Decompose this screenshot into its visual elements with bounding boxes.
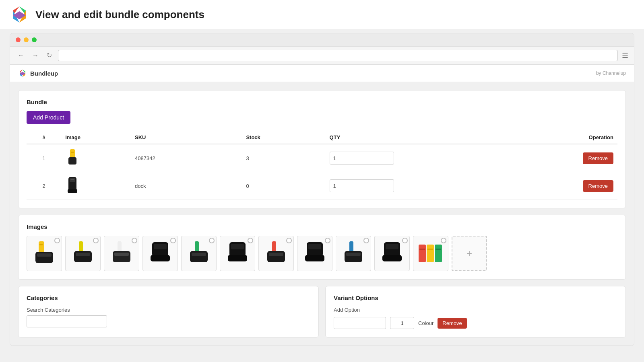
row1-op-cell: Remove xyxy=(520,144,617,172)
table-header-row: # Image SKU Stock QTY Operation xyxy=(27,131,617,144)
svg-rect-16 xyxy=(70,179,74,180)
radio-indicator-6 xyxy=(248,238,253,243)
svg-rect-40 xyxy=(308,244,321,249)
svg-rect-12 xyxy=(71,152,74,153)
add-product-button[interactable]: Add Product xyxy=(27,111,70,124)
app-logo-icon xyxy=(10,5,29,24)
svg-rect-32 xyxy=(192,253,206,256)
row1-product-image xyxy=(65,148,80,168)
app-navbar: Bundleup by Channelup xyxy=(10,65,634,82)
brand-area: Bundleup xyxy=(18,69,58,78)
yellow-scanner-icon xyxy=(67,149,78,167)
browser-dot-green xyxy=(32,37,37,42)
browser-menu-icon[interactable]: ☰ xyxy=(622,51,628,60)
radio-indicator-11 xyxy=(441,238,446,243)
svg-rect-19 xyxy=(37,253,52,257)
svg-rect-53 xyxy=(436,249,441,250)
browser-refresh-button[interactable]: ↻ xyxy=(45,51,54,60)
browser-inner: Bundleup by Channelup Bundle Add Product… xyxy=(10,65,634,346)
row2-remove-button[interactable]: Remove xyxy=(583,180,613,192)
image-thumb-2[interactable] xyxy=(65,236,101,271)
svg-rect-34 xyxy=(231,244,244,249)
row2-product-image xyxy=(65,176,80,195)
images-card: Images xyxy=(18,215,626,280)
col-header-op: Operation xyxy=(520,131,617,144)
svg-rect-44 xyxy=(346,253,361,256)
thumb-img-5 xyxy=(186,241,212,266)
svg-rect-15 xyxy=(68,189,77,193)
row2-sku: dock xyxy=(131,172,242,200)
image-thumb-6[interactable] xyxy=(220,236,255,271)
bundle-card-title: Bundle xyxy=(27,99,617,105)
svg-rect-50 xyxy=(435,245,442,262)
svg-rect-35 xyxy=(228,255,247,261)
svg-rect-21 xyxy=(79,241,83,253)
bottom-row: Categories Search Categories Variant Opt… xyxy=(18,286,626,337)
categories-card: Categories Search Categories xyxy=(18,286,319,337)
image-thumb-4[interactable] xyxy=(142,236,178,271)
browser-back-button[interactable]: ← xyxy=(16,51,26,60)
svg-rect-28 xyxy=(154,244,167,249)
radio-indicator-1 xyxy=(54,238,60,243)
table-row: 2 xyxy=(27,172,617,200)
svg-rect-36 xyxy=(272,241,276,253)
radio-indicator-7 xyxy=(286,238,292,243)
page-title: View and edit bundle components xyxy=(35,8,204,21)
brand-name: Bundleup xyxy=(30,70,58,77)
radio-indicator-10 xyxy=(402,238,408,243)
app-header: View and edit bundle components xyxy=(0,0,644,29)
row2-qty-cell xyxy=(326,172,520,200)
row2-op-cell: Remove xyxy=(520,172,617,200)
row2-qty-input[interactable] xyxy=(330,179,394,192)
by-channelup-label: by Channelup xyxy=(596,70,626,76)
add-option-label: Add Option xyxy=(334,307,617,313)
row1-qty-input[interactable] xyxy=(330,152,394,165)
bundle-table: # Image SKU Stock QTY Operation 1 xyxy=(27,131,617,200)
radio-indicator-2 xyxy=(93,238,99,243)
col-header-sku: SKU xyxy=(131,131,242,144)
svg-rect-29 xyxy=(151,255,170,261)
image-thumb-9[interactable] xyxy=(336,236,371,271)
radio-indicator-9 xyxy=(363,238,369,243)
images-grid: + xyxy=(27,236,617,271)
col-header-num: # xyxy=(27,131,61,144)
browser-url-input[interactable] xyxy=(58,50,618,61)
radio-indicator-5 xyxy=(209,238,215,243)
search-categories-input[interactable] xyxy=(27,315,107,327)
image-thumb-7[interactable] xyxy=(258,236,294,271)
image-thumb-10[interactable] xyxy=(374,236,410,271)
search-categories-label: Search Categories xyxy=(27,307,310,313)
image-thumb-1[interactable] xyxy=(27,236,62,271)
app-content-area: Bundleup by Channelup Bundle Add Product… xyxy=(10,65,634,346)
row2-stock: 0 xyxy=(242,172,325,200)
thumb-img-2 xyxy=(70,241,96,266)
row1-remove-button[interactable]: Remove xyxy=(583,152,613,164)
svg-rect-46 xyxy=(386,244,398,249)
variant-name-input[interactable] xyxy=(334,317,386,329)
image-thumb-5[interactable] xyxy=(181,236,217,271)
svg-rect-49 xyxy=(427,245,434,262)
plus-icon: + xyxy=(466,248,472,259)
variant-options-title: Variant Options xyxy=(334,294,617,301)
svg-rect-24 xyxy=(118,241,122,253)
col-header-image: Image xyxy=(61,131,131,144)
bundle-card: Bundle Add Product # Image SKU Stock QTY… xyxy=(18,90,626,208)
radio-indicator-8 xyxy=(325,238,330,243)
variant-qty-input[interactable] xyxy=(390,317,414,329)
image-thumb-3[interactable] xyxy=(104,236,139,271)
categories-card-title: Categories xyxy=(27,294,310,301)
svg-rect-51 xyxy=(419,249,425,250)
thumb-img-8 xyxy=(302,241,328,266)
image-thumb-11[interactable] xyxy=(413,236,448,271)
variant-remove-button[interactable]: Remove xyxy=(438,318,466,329)
thumb-img-6 xyxy=(225,241,250,266)
variant-row: Colour Remove xyxy=(334,317,617,329)
svg-rect-11 xyxy=(68,157,76,165)
row2-num: 2 xyxy=(27,172,61,200)
row1-sku: 4087342 xyxy=(131,144,242,172)
col-header-qty: QTY xyxy=(326,131,520,144)
add-image-button[interactable]: + xyxy=(452,236,487,271)
images-card-title: Images xyxy=(27,223,617,230)
image-thumb-8[interactable] xyxy=(297,236,332,271)
browser-forward-button[interactable]: → xyxy=(30,51,41,60)
